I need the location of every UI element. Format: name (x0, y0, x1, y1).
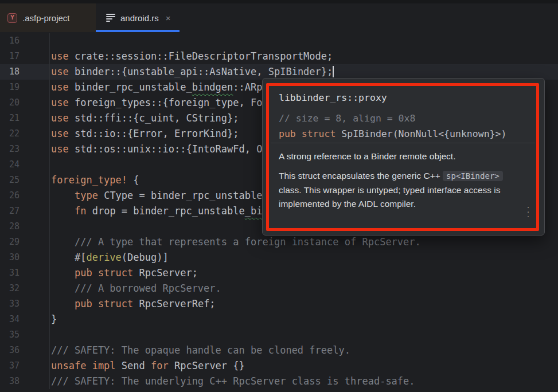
code-text: /// SAFETY: The underlying C++ RpcServer… (50, 374, 415, 389)
code-line[interactable]: 29 /// A type that represents a foreign … (0, 234, 558, 250)
code-line[interactable]: 34} (0, 312, 558, 327)
code-line[interactable]: 18use binder::{unstable_api::AsNative, S… (0, 64, 558, 80)
tab-bar: Y .asfp-project android.rs × (0, 3, 558, 32)
line-number[interactable]: 33 (0, 296, 50, 312)
code-text: /// SAFETY: The opaque handle can be clo… (50, 343, 350, 358)
line-number[interactable]: 21 (0, 111, 50, 126)
line-number[interactable]: 32 (0, 281, 50, 296)
line-number[interactable]: 16 (0, 33, 50, 49)
code-text: use binder_rpc_unstable_bindgen::ARpc (50, 80, 268, 95)
inline-code-chip: sp<IBinder> (443, 171, 503, 181)
text-caret (333, 66, 334, 77)
project-name: .asfp-project (22, 13, 70, 23)
line-number[interactable]: 23 (0, 142, 50, 157)
line-number[interactable]: 26 (0, 188, 50, 203)
line-number[interactable]: 36 (0, 343, 50, 358)
line-number[interactable]: 27 (0, 203, 50, 219)
line-number[interactable]: 34 (0, 312, 50, 327)
code-text: /// A type that represents a foreign ins… (50, 234, 421, 250)
code-text: unsafe impl Send for RpcServer {} (50, 358, 245, 374)
code-text: pub struct RpcServer; (50, 265, 198, 281)
documentation-popup: libbinder_rs::proxy // size = 8, align =… (262, 78, 545, 236)
code-text: /// A borrowed RpcServer. (50, 281, 221, 296)
code-text: } (50, 312, 57, 327)
project-widget[interactable]: Y .asfp-project (0, 3, 96, 32)
line-number[interactable]: 24 (0, 157, 50, 173)
code-text: use foreign_types::{foreign_type, For (50, 95, 268, 111)
code-text: type CType = binder_rpc_unstable_ (50, 188, 268, 203)
code-text: use std::io::{Error, ErrorKind}; (50, 126, 239, 142)
popup-description-body: This struct encapsulates the generic C++… (279, 169, 531, 211)
line-number[interactable]: 29 (0, 234, 50, 250)
code-text: use std::ffi::{c_uint, CString}; (50, 111, 239, 126)
line-number[interactable]: 25 (0, 173, 50, 188)
code-text: foreign_type! { (50, 173, 139, 188)
line-number[interactable]: 18 (0, 64, 50, 80)
code-text (50, 157, 51, 173)
popup-divider (271, 143, 535, 143)
code-line[interactable]: 36/// SAFETY: The opaque handle can be c… (0, 343, 558, 358)
line-number[interactable]: 19 (0, 80, 50, 95)
more-options-icon[interactable]: ··· (525, 205, 532, 218)
line-number[interactable]: 30 (0, 250, 50, 265)
popup-signature: pub struct SpIBinder(NonNull<{unknown}>) (279, 128, 506, 139)
code-text: use binder::{unstable_api::AsNative, SpI… (50, 64, 334, 80)
line-number[interactable]: 17 (0, 49, 50, 64)
code-line[interactable]: 35 (0, 327, 558, 343)
popup-description-summary: A strong reference to a Binder remote ob… (279, 151, 455, 162)
code-line[interactable]: 38/// SAFETY: The underlying C++ RpcServ… (0, 374, 558, 389)
line-number[interactable]: 37 (0, 358, 50, 374)
line-number[interactable]: 28 (0, 219, 50, 234)
code-text: pub struct RpcServerRef; (50, 296, 216, 312)
line-number[interactable]: 20 (0, 95, 50, 111)
code-line[interactable]: 16 (0, 33, 558, 49)
code-line[interactable]: 31 pub struct RpcServer; (0, 265, 558, 281)
popup-module-path: libbinder_rs::proxy (279, 92, 387, 103)
line-number[interactable]: 22 (0, 126, 50, 142)
code-line[interactable]: 30 #[derive(Debug)] (0, 250, 558, 265)
code-line[interactable]: 32 /// A borrowed RpcServer. (0, 281, 558, 296)
tab-android-rs[interactable]: android.rs × (96, 3, 180, 32)
tab-label: android.rs (120, 13, 159, 23)
code-line[interactable]: 33 pub struct RpcServerRef; (0, 296, 558, 312)
code-text: #[derive(Debug)] (50, 250, 169, 265)
code-line[interactable]: 37unsafe impl Send for RpcServer {} (0, 358, 558, 374)
close-icon[interactable]: × (166, 14, 171, 22)
code-text: use std::os::unix::io::{IntoRawFd, Ow (50, 142, 268, 157)
popup-size-comment: // size = 8, align = 0x8 (279, 113, 415, 124)
file-lines-icon (106, 14, 116, 22)
code-line[interactable]: 17use crate::session::FileDescriptorTran… (0, 49, 558, 64)
code-text (50, 327, 51, 343)
code-text: use crate::session::FileDescriptorTransp… (50, 49, 333, 64)
code-text (50, 219, 51, 234)
project-icon: Y (7, 13, 17, 23)
line-number[interactable]: 31 (0, 265, 50, 281)
code-text (50, 33, 51, 49)
code-text: fn drop = binder_rpc_unstable_bin (50, 203, 268, 219)
line-number[interactable]: 35 (0, 327, 50, 343)
line-number[interactable]: 38 (0, 374, 50, 389)
